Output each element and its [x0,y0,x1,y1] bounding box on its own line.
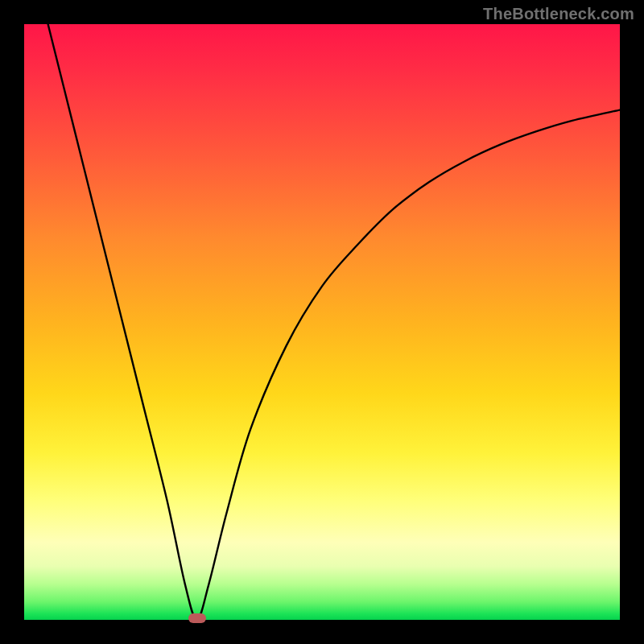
bottleneck-curve [24,24,620,620]
plot-area [24,24,620,620]
watermark-text: TheBottleneck.com [483,5,634,23]
chart-frame: TheBottleneck.com [0,0,644,644]
minimum-marker [188,613,206,623]
